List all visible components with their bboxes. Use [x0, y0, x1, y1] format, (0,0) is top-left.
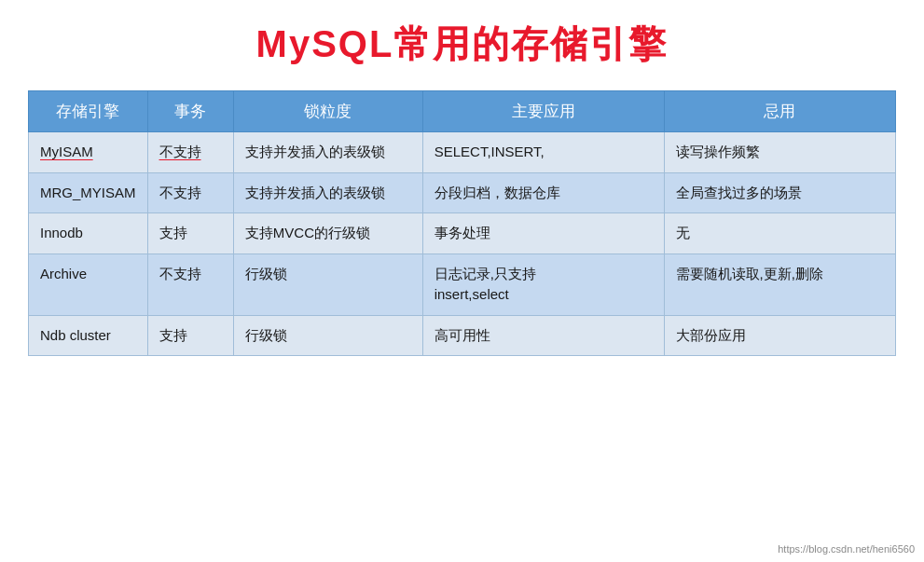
- col-header-usage: 主要应用: [422, 91, 664, 132]
- col-header-transaction: 事务: [147, 91, 233, 132]
- table-row: MyISAM不支持支持并发插入的表级锁SELECT,INSERT,读写操作频繁: [29, 132, 896, 173]
- table-row: Archive不支持行级锁日志记录,只支持insert,select需要随机读取…: [29, 254, 896, 315]
- cell-engine: MyISAM: [29, 132, 148, 173]
- cell-avoid: 全局查找过多的场景: [664, 172, 895, 213]
- cell-usage: 日志记录,只支持insert,select: [422, 254, 664, 315]
- cell-usage: SELECT,INSERT,: [422, 132, 664, 173]
- cell-lock: 支持并发插入的表级锁: [233, 172, 422, 213]
- cell-transaction: 不支持: [147, 132, 233, 173]
- table-row: Ndb cluster支持行级锁高可用性大部份应用: [29, 315, 896, 356]
- watermark: https://blog.csdn.net/heni6560: [778, 543, 915, 555]
- cell-transaction: 支持: [147, 213, 233, 254]
- page-title: MySQL常用的存储引擎: [256, 19, 669, 70]
- col-header-engine: 存储引擎: [29, 91, 148, 132]
- cell-lock: 行级锁: [233, 315, 422, 356]
- cell-transaction: 不支持: [147, 254, 233, 315]
- table-body: MyISAM不支持支持并发插入的表级锁SELECT,INSERT,读写操作频繁M…: [29, 132, 896, 356]
- cell-engine: Archive: [29, 254, 148, 315]
- table-row: Innodb支持支持MVCC的行级锁事务处理无: [29, 213, 896, 254]
- col-header-lock: 锁粒度: [233, 91, 422, 132]
- cell-usage: 分段归档，数据仓库: [422, 172, 664, 213]
- cell-lock: 行级锁: [233, 254, 422, 315]
- col-header-avoid: 忌用: [664, 91, 895, 132]
- header-row: 存储引擎 事务 锁粒度 主要应用 忌用: [29, 91, 896, 132]
- cell-usage: 事务处理: [422, 213, 664, 254]
- cell-avoid: 读写操作频繁: [664, 132, 895, 173]
- cell-usage: 高可用性: [422, 315, 664, 356]
- cell-engine: MRG_MYISAM: [29, 172, 148, 213]
- table-header: 存储引擎 事务 锁粒度 主要应用 忌用: [29, 91, 896, 132]
- cell-avoid: 无: [664, 213, 895, 254]
- cell-transaction: 不支持: [147, 172, 233, 213]
- table-container: 存储引擎 事务 锁粒度 主要应用 忌用 MyISAM不支持支持并发插入的表级锁S…: [28, 90, 896, 356]
- cell-transaction: 支持: [147, 315, 233, 356]
- cell-avoid: 需要随机读取,更新,删除: [664, 254, 895, 315]
- cell-engine: Innodb: [29, 213, 148, 254]
- storage-engine-table: 存储引擎 事务 锁粒度 主要应用 忌用 MyISAM不支持支持并发插入的表级锁S…: [28, 90, 896, 356]
- cell-lock: 支持并发插入的表级锁: [233, 132, 422, 173]
- cell-lock: 支持MVCC的行级锁: [233, 213, 422, 254]
- table-row: MRG_MYISAM不支持支持并发插入的表级锁分段归档，数据仓库全局查找过多的场…: [29, 172, 896, 213]
- cell-avoid: 大部份应用: [664, 315, 895, 356]
- cell-engine: Ndb cluster: [29, 315, 148, 356]
